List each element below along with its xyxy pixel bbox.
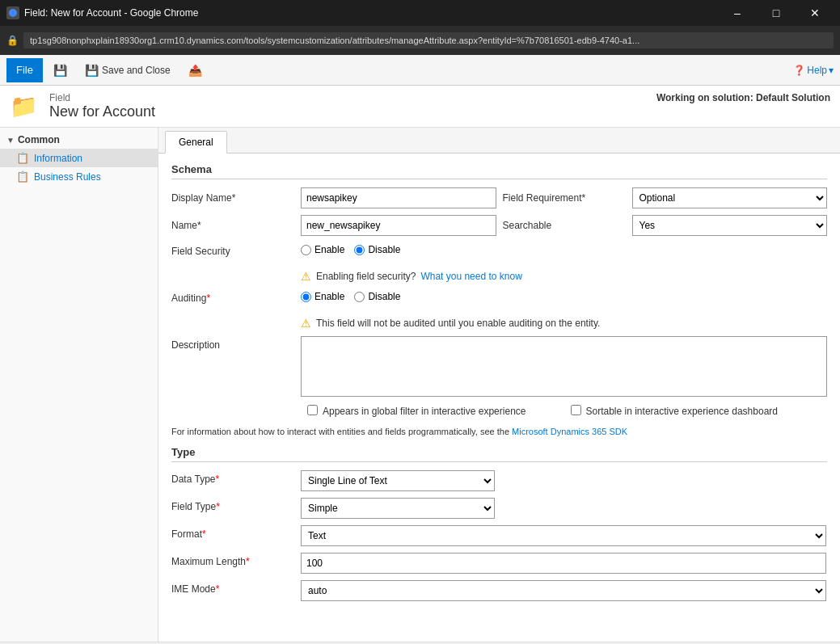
file-button[interactable]: File xyxy=(6,58,43,82)
help-circle-icon: ❓ xyxy=(793,65,805,76)
solution-info: Working on solution: Default Solution xyxy=(656,92,830,103)
searchable-control: Yes No xyxy=(632,215,828,236)
address-bar: 🔒 xyxy=(0,26,840,55)
save-close-button[interactable]: 💾 Save and Close xyxy=(78,59,178,82)
description-label: Description xyxy=(171,336,301,351)
field-security-warning-row: ⚠ Enabling field security? What you need… xyxy=(301,270,827,283)
schema-section-header: Schema xyxy=(171,163,827,179)
main-form: General Schema Display Name* Field R xyxy=(158,128,840,642)
display-name-row: Display Name* Field Requirement* Optiona… xyxy=(171,187,827,208)
save-close-label: Save and Close xyxy=(102,65,171,76)
max-length-label: Maximum Length* xyxy=(171,553,301,567)
data-type-control: Single Line of Text Multiple Lines of Te… xyxy=(301,470,495,491)
field-type-row: Field Type* Simple Calculated Rollup xyxy=(171,498,827,519)
auditing-enable-radio[interactable]: Enable xyxy=(301,291,344,302)
save-icon: 💾 xyxy=(53,64,67,77)
minimize-button[interactable]: – xyxy=(719,0,756,26)
description-textarea[interactable] xyxy=(301,336,827,397)
sidebar-item-information-label: Information xyxy=(34,153,82,164)
solution-name: Default Solution xyxy=(756,92,830,103)
help-arrow-icon: ▾ xyxy=(829,65,834,76)
page-title: New for Account xyxy=(49,103,155,120)
type-section-header: Type xyxy=(171,446,827,462)
sidebar-item-business-rules[interactable]: 📋 Business Rules xyxy=(0,167,158,186)
field-security-warning-text: Enabling field security? xyxy=(316,271,416,282)
field-type-control: Simple Calculated Rollup xyxy=(301,498,495,519)
max-length-row: Maximum Length* xyxy=(171,553,827,574)
sidebar-item-information[interactable]: 📋 Information xyxy=(0,149,158,167)
sortable-checkbox[interactable] xyxy=(571,405,581,415)
global-filter-checkbox[interactable] xyxy=(307,405,318,415)
field-security-enable-input[interactable] xyxy=(301,245,311,255)
auditing-enable-input[interactable] xyxy=(301,292,311,302)
field-requirement-col: Field Requirement* Optional Business Rec… xyxy=(503,187,828,208)
sdk-link[interactable]: Microsoft Dynamics 365 SDK xyxy=(512,427,627,436)
field-requirement-select[interactable]: Optional Business Recommended Business R… xyxy=(632,187,828,208)
sortable-label: Sortable in interactive experience dashb… xyxy=(586,405,778,419)
data-type-select[interactable]: Single Line of Text Multiple Lines of Te… xyxy=(301,470,495,491)
display-name-col: Display Name* xyxy=(171,187,496,208)
field-security-label: Field Security xyxy=(171,242,301,257)
help-button[interactable]: ❓ Help ▾ xyxy=(793,65,834,76)
display-name-control xyxy=(301,187,496,208)
data-type-label: Data Type* xyxy=(171,470,301,485)
format-select[interactable]: Text Email URL Ticker Symbol Phone xyxy=(301,525,826,546)
format-row: Format* Text Email URL Ticker Symbol Pho… xyxy=(171,525,827,546)
close-button[interactable]: ✕ xyxy=(796,0,834,26)
auditing-row: Auditing* Enable Disable xyxy=(171,289,827,310)
searchable-col: Searchable Yes No xyxy=(503,215,828,236)
name-label: Name* xyxy=(171,220,301,231)
title-bar: Field: New for Account - Google Chrome –… xyxy=(0,0,840,26)
searchable-select[interactable]: Yes No xyxy=(632,215,828,236)
toolbar: File 💾 💾 Save and Close 📤 ❓ Help ▾ xyxy=(0,55,840,86)
maximize-button[interactable]: □ xyxy=(758,0,795,26)
name-col: Name* xyxy=(171,215,496,236)
publish-button[interactable]: 📤 xyxy=(181,59,209,82)
auditing-warning-icon: ⚠ xyxy=(301,317,311,330)
ime-mode-row: IME Mode* auto active inactive disabled xyxy=(171,580,827,601)
sidebar-item-business-rules-label: Business Rules xyxy=(34,171,101,183)
data-type-row: Data Type* Single Line of Text Multiple … xyxy=(171,470,827,491)
field-security-disable-radio[interactable]: Disable xyxy=(354,244,400,255)
publish-icon: 📤 xyxy=(188,64,202,77)
sidebar-section-label: Common xyxy=(18,134,60,145)
global-filter-col: Appears in global filter in interactive … xyxy=(307,405,564,419)
chevron-down-icon: ▼ xyxy=(6,136,15,145)
form-content: Schema Display Name* Field Requirement* xyxy=(158,154,840,617)
field-label: Field xyxy=(49,92,155,103)
browser-icon xyxy=(6,6,19,19)
auditing-disable-radio[interactable]: Disable xyxy=(354,291,400,302)
ime-mode-select[interactable]: auto active inactive disabled xyxy=(301,580,826,601)
max-length-input[interactable] xyxy=(301,553,826,574)
name-control xyxy=(301,215,496,236)
save-icon-button[interactable]: 💾 xyxy=(46,59,74,82)
display-name-input[interactable] xyxy=(301,187,496,208)
field-security-link[interactable]: What you need to know xyxy=(420,271,521,282)
field-security-enable-radio[interactable]: Enable xyxy=(301,244,344,255)
address-input[interactable] xyxy=(23,32,834,48)
field-type-label: Field Type* xyxy=(171,498,301,512)
app-header: 📁 Field New for Account Working on solut… xyxy=(0,86,840,128)
format-label: Format* xyxy=(171,525,301,540)
checkbox-row: Appears in global filter in interactive … xyxy=(171,405,827,419)
warning-icon: ⚠ xyxy=(301,270,311,283)
tab-general[interactable]: General xyxy=(165,131,227,154)
sidebar: ▼ Common 📋 Information 📋 Business Rules xyxy=(0,128,158,642)
field-type-select[interactable]: Simple Calculated Rollup xyxy=(301,498,495,519)
information-icon: 📋 xyxy=(16,152,29,164)
searchable-label: Searchable xyxy=(503,220,632,231)
auditing-warning-text: This field will not be audited until you… xyxy=(316,318,600,329)
name-input[interactable] xyxy=(301,215,496,236)
field-security-disable-input[interactable] xyxy=(354,245,365,255)
sidebar-section-common: ▼ Common xyxy=(0,131,158,149)
auditing-warning-row: ⚠ This field will not be audited until y… xyxy=(301,317,827,330)
lock-icon: 🔒 xyxy=(6,35,19,46)
field-security-row: Field Security Enable Disable xyxy=(171,242,827,263)
folder-icon: 📁 xyxy=(10,93,38,120)
business-rules-icon: 📋 xyxy=(16,170,29,183)
field-requirement-control: Optional Business Recommended Business R… xyxy=(632,187,828,208)
tab-bar: General xyxy=(158,128,840,154)
save-close-icon: 💾 xyxy=(85,64,99,77)
ime-mode-control: auto active inactive disabled xyxy=(301,580,826,601)
auditing-disable-input[interactable] xyxy=(354,292,365,302)
